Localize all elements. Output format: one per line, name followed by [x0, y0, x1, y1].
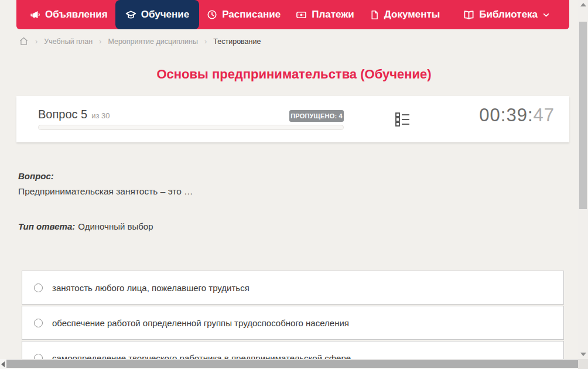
home-icon[interactable]	[19, 36, 29, 46]
scroll-up-arrow-icon[interactable]	[580, 3, 586, 6]
breadcrumb: › Учебный план › Мероприятие дисциплины …	[19, 36, 261, 46]
answer-option-1[interactable]: занятость любого лица, пожелавшего труди…	[22, 271, 564, 305]
timer: 00:39:47	[479, 105, 555, 126]
nav-item-learning[interactable]: Обучение	[115, 0, 199, 29]
scrollbar-corner	[578, 359, 588, 369]
page-title: Основы предпринимательства (Обучение)	[0, 67, 588, 82]
megaphone-icon	[30, 9, 40, 20]
breadcrumb-discipline-event[interactable]: Мероприятие дисциплины	[108, 37, 198, 46]
horizontal-scrollbar[interactable]	[0, 359, 588, 369]
document-icon	[370, 10, 380, 20]
question-header-card: Вопрос 5из 30 ПРОПУЩЕНО: 4 00:39:47	[16, 96, 569, 142]
question-of-total: из 30	[91, 111, 110, 120]
nav-item-documents[interactable]: Документы	[362, 0, 448, 29]
nav-item-label: Объявления	[45, 9, 108, 20]
clock-icon	[207, 9, 217, 20]
answer-option-label: занятость любого лица, пожелавшего труди…	[52, 283, 249, 293]
nav-item-label: Обучение	[141, 9, 189, 20]
banknote-icon	[296, 9, 307, 20]
answer-type-row: Тип ответа:Одиночный выбор	[18, 221, 153, 231]
nav-item-announcements[interactable]: Объявления	[22, 0, 115, 29]
scroll-down-arrow-icon[interactable]	[580, 353, 586, 356]
vertical-scrollbar[interactable]	[578, 0, 588, 359]
nav-item-payments[interactable]: Платежи	[288, 0, 362, 29]
answer-type-value: Одиночный выбор	[78, 221, 153, 231]
breadcrumb-separator-icon: ›	[35, 37, 37, 46]
horizontal-scrollbar-thumb[interactable]	[6, 360, 578, 368]
graduation-cap-icon	[125, 9, 136, 20]
question-text: Предпринимательская занятость – это …	[18, 186, 193, 197]
breadcrumb-testing: Тестирование	[213, 37, 261, 46]
breadcrumb-separator-icon: ›	[99, 37, 101, 46]
timer-main: 00:39:	[479, 105, 533, 125]
scroll-left-arrow-icon[interactable]	[1, 361, 5, 367]
nav-item-library[interactable]: Библиотека	[456, 0, 558, 29]
nav-item-schedule[interactable]: Расписание	[199, 0, 288, 29]
breadcrumb-curriculum[interactable]: Учебный план	[44, 37, 93, 46]
skipped-badge: ПРОПУЩЕНО: 4	[289, 110, 344, 122]
breadcrumb-separator-icon: ›	[204, 37, 207, 46]
radio-icon[interactable]	[34, 283, 43, 292]
vertical-scrollbar-thumb[interactable]	[579, 22, 587, 209]
nav-item-label: Платежи	[312, 9, 354, 20]
nav-item-label: Библиотека	[479, 9, 538, 20]
radio-icon[interactable]	[34, 319, 43, 327]
answer-option-2[interactable]: обеспечение работой определенной группы …	[22, 306, 564, 340]
nav-item-label: Расписание	[222, 9, 281, 20]
answer-type-label: Тип ответа:	[18, 221, 75, 231]
question-heading: Вопрос:	[18, 171, 54, 181]
question-list-icon[interactable]	[395, 111, 411, 129]
timer-seconds: 47	[534, 105, 555, 125]
chevron-down-icon	[542, 11, 550, 19]
book-icon	[463, 9, 474, 20]
question-progress-bar	[38, 125, 344, 130]
question-number: Вопрос 5из 30	[38, 108, 110, 121]
main-nav: Объявления Обучение Расписание Платежи	[16, 0, 569, 29]
nav-item-label: Документы	[384, 9, 440, 20]
question-number-label: Вопрос 5	[38, 108, 87, 121]
answer-option-label: обеспечение работой определенной группы …	[52, 318, 349, 328]
